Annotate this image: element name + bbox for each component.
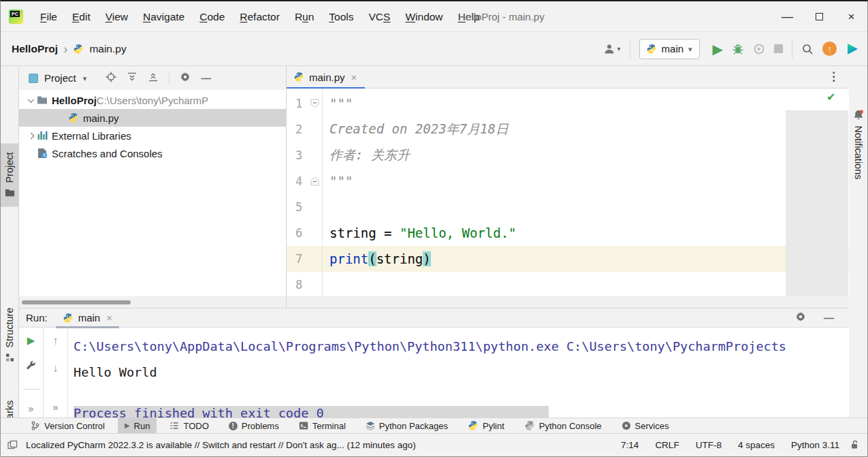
close-tab-icon[interactable]: × (351, 72, 357, 83)
user-account-button[interactable]: ▾ (603, 43, 621, 55)
status-widget-utf-8[interactable]: UTF-8 (696, 440, 722, 450)
chevron-down-icon[interactable] (25, 98, 37, 103)
chevron-down-icon[interactable]: ▾ (83, 74, 87, 82)
settings-wrench-icon[interactable] (26, 360, 37, 374)
menu-item-run[interactable]: Run (287, 1, 321, 32)
run-tab-main[interactable]: main × (56, 309, 119, 328)
code-line-3[interactable]: 3作者: 关东升 (287, 142, 849, 168)
minimize-button[interactable]: — (771, 1, 803, 32)
select-opened-file-icon[interactable] (106, 72, 116, 84)
editor-scrollbar-track[interactable] (786, 110, 848, 296)
stripe-structure[interactable]: Structure (1, 299, 18, 372)
run-console[interactable]: C:\Users\tony\AppData\Local\Programs\Pyt… (68, 328, 849, 418)
menu-item-edit[interactable]: Edit (65, 1, 98, 32)
tool-window-button-version-control[interactable]: Version Control (24, 418, 112, 433)
tool-window-button-todo[interactable]: TODO (163, 418, 215, 433)
menu-item-refactor[interactable]: Refactor (232, 1, 287, 32)
services-icon (622, 421, 631, 430)
menu-item-code[interactable]: Code (192, 1, 232, 32)
project-panel-hscrollbar[interactable] (19, 296, 286, 308)
menu-item-window[interactable]: Window (398, 1, 450, 32)
maximize-button[interactable] (803, 1, 835, 32)
code-line-4[interactable]: 4""" (287, 168, 849, 194)
menu-item-navigate[interactable]: Navigate (135, 1, 192, 32)
tree-item-main-py[interactable]: main.py (19, 109, 286, 127)
chevron-down-icon: ▾ (688, 45, 692, 53)
chevron-right-icon[interactable] (25, 133, 37, 138)
tool-window-button-python-console[interactable]: Python Console (517, 418, 609, 433)
code-editor[interactable]: 1"""2Created on 2023年7月18日3作者: 关东升4"""56… (287, 89, 849, 296)
tree-item-scratches-and-consoles[interactable]: Scratches and Consoles (19, 144, 286, 162)
menu-item-file[interactable]: File (33, 1, 65, 32)
gear-icon[interactable] (180, 72, 191, 84)
profiler-button[interactable] (753, 43, 765, 55)
status-widget-crlf[interactable]: CRLF (655, 440, 679, 450)
tool-window-button-pylint[interactable]: Pylint (461, 418, 511, 433)
code-line-2[interactable]: 2Created on 2023年7月18日 (287, 116, 849, 142)
lock-icon[interactable] (850, 440, 859, 450)
run-config-selector[interactable]: main ▾ (639, 39, 700, 59)
run-button[interactable]: ▶ (713, 42, 723, 56)
code-with-me-icon[interactable] (846, 42, 859, 56)
tool-window-button-python-packages[interactable]: Python Packages (359, 418, 455, 433)
status-widget-python-3-11[interactable]: Python 3.11 (791, 440, 839, 450)
expand-all-icon[interactable] (127, 72, 138, 84)
project-panel-title[interactable]: Project (44, 72, 76, 84)
console-line-4: Process finished with exit code 0 (74, 400, 849, 418)
hide-panel-icon[interactable]: — (201, 72, 211, 84)
rerun-icon[interactable]: ▶ (27, 334, 35, 347)
project-icon (5, 188, 15, 198)
code-line-8[interactable]: 8 (287, 272, 849, 296)
search-everywhere-button[interactable] (801, 43, 814, 55)
gear-icon[interactable] (795, 311, 806, 324)
tree-item-helloproj[interactable]: HelloProj C:\Users\tony\PycharmP (19, 91, 286, 109)
tool-window-button-problems[interactable]: !Problems (222, 418, 286, 433)
more-icon[interactable]: » (53, 402, 59, 413)
fold-marker-down-icon[interactable] (307, 99, 322, 108)
tab-label: main.py (309, 72, 345, 83)
code-line-1[interactable]: 1""" (287, 91, 849, 116)
code-line-7[interactable]: 7print(string) (287, 246, 849, 272)
status-widget-7-14[interactable]: 7:14 (621, 440, 639, 450)
breadcrumb-project[interactable]: HelloProj (12, 43, 58, 55)
line-number: 2 (287, 123, 307, 136)
tree-item-external-libraries[interactable]: External Libraries (19, 127, 286, 144)
stripe-project[interactable]: Project (1, 143, 18, 206)
tool-window-button-label: Version Control (44, 421, 105, 431)
code-line-6[interactable]: 6string = "Hello, World." (287, 220, 849, 246)
more-icon[interactable]: » (29, 403, 34, 414)
tab-main-py[interactable]: main.py × (287, 66, 365, 89)
down-arrow-icon[interactable]: ↓ (52, 362, 59, 375)
toolbar-divider (792, 40, 792, 59)
menu-item-view[interactable]: View (98, 1, 135, 32)
titlebar: PC FileEditViewNavigateCodeRefactorRunTo… (1, 1, 867, 32)
tool-window-button-terminal[interactable]: Terminal (292, 418, 353, 433)
stripe-notifications[interactable]: Notifications (849, 101, 867, 189)
breadcrumb-file[interactable]: main.py (89, 43, 126, 55)
python-icon (646, 44, 657, 54)
debug-button[interactable] (732, 43, 744, 55)
collapse-all-icon[interactable] (148, 72, 159, 84)
up-arrow-icon[interactable]: ↑ (52, 334, 59, 348)
tool-window-button-services[interactable]: Services (615, 418, 676, 433)
close-tab-icon[interactable]: × (106, 312, 112, 324)
menu-item-tools[interactable]: Tools (321, 1, 361, 32)
hide-panel-icon[interactable]: — (824, 312, 834, 324)
status-widget-4-spaces[interactable]: 4 spaces (738, 440, 775, 450)
tool-window-button-run[interactable]: ▶Run (118, 418, 157, 433)
stripe-structure-label: Structure (4, 308, 15, 348)
status-message[interactable]: Localized PyCharm 2022.3.2 is available … (26, 440, 416, 450)
scrollbar-thumb[interactable] (22, 300, 131, 304)
code-line-5[interactable]: 5 (287, 194, 849, 220)
editor-tabbar: main.py × ⋮ (287, 66, 849, 89)
close-button[interactable]: × (835, 1, 867, 32)
editor-options-icon[interactable]: ⋮ (828, 70, 839, 84)
menu-item-vcs[interactable]: VCS (361, 1, 398, 32)
tool-windows-icon[interactable] (7, 440, 18, 450)
terminal-icon (299, 421, 308, 430)
run-panel-label: Run: (26, 312, 48, 324)
ide-update-button[interactable]: ↑ (822, 42, 837, 56)
editor-hscrollbar[interactable] (287, 296, 849, 308)
fold-marker-up-icon[interactable] (307, 176, 322, 186)
stop-button[interactable] (774, 44, 783, 53)
